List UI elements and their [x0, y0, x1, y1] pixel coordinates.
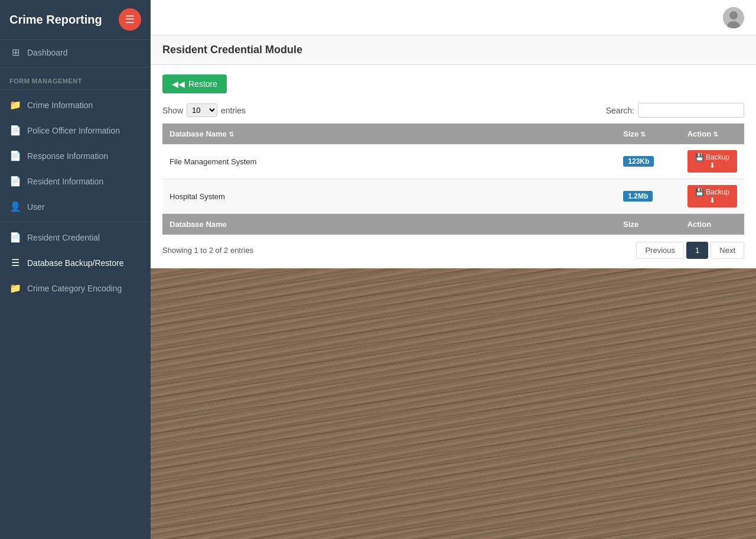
search-input[interactable]: [638, 103, 744, 118]
col-action[interactable]: Action: [680, 124, 744, 144]
entries-select[interactable]: 10 25 50 100: [187, 103, 217, 117]
doc-icon: 📄: [9, 150, 21, 161]
divider: [0, 89, 151, 90]
sidebar-item-label: Crime Information: [27, 100, 93, 110]
sidebar-item-dashboard[interactable]: ⊞ Dashboard: [0, 40, 151, 65]
page-1-button[interactable]: 1: [686, 242, 708, 259]
table-row: Hospital System1.2Mb💾 Backup ⬇: [162, 179, 744, 214]
table-foot: Database Name Size Action: [162, 214, 744, 235]
sidebar-item-crime-category-encoding[interactable]: 📁 Crime Category Encoding: [0, 275, 151, 301]
data-table: Database Name Size Action File Managemen…: [162, 124, 744, 235]
size-badge: 1.2Mb: [623, 191, 653, 202]
entries-info: Showing 1 to 2 of 2 entries: [162, 246, 253, 255]
cell-action: 💾 Backup ⬇: [680, 179, 744, 214]
entries-label: entries: [221, 106, 246, 115]
divider: [0, 67, 151, 68]
sidebar-item-label: Dashboard: [27, 48, 68, 57]
database-icon: ☰: [9, 257, 21, 268]
sidebar-item-database-backup[interactable]: ☰ Database Backup/Restore: [0, 250, 151, 275]
module-header: Resident Credential Module: [151, 35, 756, 65]
restore-icon: ◀◀: [172, 79, 185, 89]
dashboard-icon: ⊞: [9, 47, 21, 58]
foot-col-size: Size: [616, 214, 680, 235]
cell-database-name: Hospital System: [162, 179, 616, 214]
sidebar-item-crime-information[interactable]: 📁 Crime Information: [0, 92, 151, 118]
search-label: Search:: [606, 106, 634, 115]
folder-icon: 📁: [9, 99, 21, 111]
table-head: Database Name Size Action: [162, 124, 744, 144]
sidebar-item-label: Database Backup/Restore: [27, 258, 123, 268]
svg-point-1: [729, 11, 738, 20]
foot-col-action: Action: [680, 214, 744, 235]
backup-button[interactable]: 💾 Backup ⬇: [687, 185, 737, 207]
foot-col-database-name: Database Name: [162, 214, 616, 235]
show-label: Show: [162, 106, 183, 115]
sidebar-item-resident-information[interactable]: 📄 Resident Information: [0, 168, 151, 194]
main-area: Resident Credential Module ◀◀ Restore Sh…: [151, 0, 756, 539]
doc-icon: 📄: [9, 232, 21, 243]
menu-toggle-button[interactable]: ☰: [119, 8, 141, 31]
sidebar-item-label: Response Information: [27, 151, 108, 161]
menu-icon: ☰: [125, 14, 135, 25]
user-icon: 👤: [9, 201, 21, 212]
cell-database-name: File Management System: [162, 144, 616, 179]
backup-button[interactable]: 💾 Backup ⬇: [687, 150, 737, 173]
module-panel: Resident Credential Module ◀◀ Restore Sh…: [151, 35, 756, 268]
size-badge: 123Kb: [623, 156, 654, 167]
folder-icon: 📁: [9, 283, 21, 294]
sidebar-item-label: User: [27, 202, 45, 212]
sidebar-item-police-officer-information[interactable]: 📄 Police Officer Information: [0, 118, 151, 143]
sidebar-item-label: Resident Credential: [27, 233, 100, 242]
sidebar-nav: ⊞ Dashboard FORM MANAGEMENT 📁 Crime Info…: [0, 40, 151, 301]
col-size[interactable]: Size: [616, 124, 680, 144]
content-area: Resident Credential Module ◀◀ Restore Sh…: [151, 35, 756, 539]
table-header-row: Database Name Size Action: [162, 124, 744, 144]
form-management-section-label: FORM MANAGEMENT: [0, 70, 151, 87]
module-body: ◀◀ Restore Show 10 25 50 100 entries: [151, 65, 756, 268]
cell-size: 123Kb: [616, 144, 680, 179]
sidebar-header: Crime Reporting ☰: [0, 0, 151, 40]
cell-action: 💾 Backup ⬇: [680, 144, 744, 179]
sidebar-item-label: Police Officer Information: [27, 126, 120, 135]
next-button[interactable]: Next: [711, 242, 744, 259]
doc-icon: 📄: [9, 125, 21, 136]
pagination: Previous 1 Next: [636, 242, 744, 259]
sidebar-title: Crime Reporting: [9, 13, 113, 27]
module-title: Resident Credential Module: [162, 44, 302, 56]
restore-button[interactable]: ◀◀ Restore: [162, 74, 227, 93]
table-footer-row: Database Name Size Action: [162, 214, 744, 235]
doc-icon: 📄: [9, 176, 21, 187]
sidebar-item-label: Resident Information: [27, 177, 103, 186]
table-row: File Management System123Kb💾 Backup ⬇: [162, 144, 744, 179]
show-entries-control: Show 10 25 50 100 entries: [162, 103, 246, 117]
sidebar-item-response-information[interactable]: 📄 Response Information: [0, 143, 151, 168]
sidebar-item-label: Crime Category Encoding: [27, 284, 122, 293]
table-bottom-controls: Showing 1 to 2 of 2 entries Previous 1 N…: [162, 242, 744, 259]
sidebar-item-resident-credential[interactable]: 📄 Resident Credential: [0, 225, 151, 250]
col-database-name[interactable]: Database Name: [162, 124, 616, 144]
search-area: Search:: [606, 103, 744, 118]
sidebar-item-user[interactable]: 👤 User: [0, 194, 151, 219]
table-top-controls: Show 10 25 50 100 entries Search:: [162, 103, 744, 118]
user-avatar[interactable]: [723, 7, 744, 28]
cell-size: 1.2Mb: [616, 179, 680, 214]
divider: [0, 222, 151, 222]
table-body: File Management System123Kb💾 Backup ⬇Hos…: [162, 144, 744, 214]
sidebar: Crime Reporting ☰ ⊞ Dashboard FORM MANAG…: [0, 0, 151, 539]
topbar: [151, 0, 756, 35]
previous-button[interactable]: Previous: [636, 242, 684, 259]
restore-label: Restore: [188, 79, 217, 89]
